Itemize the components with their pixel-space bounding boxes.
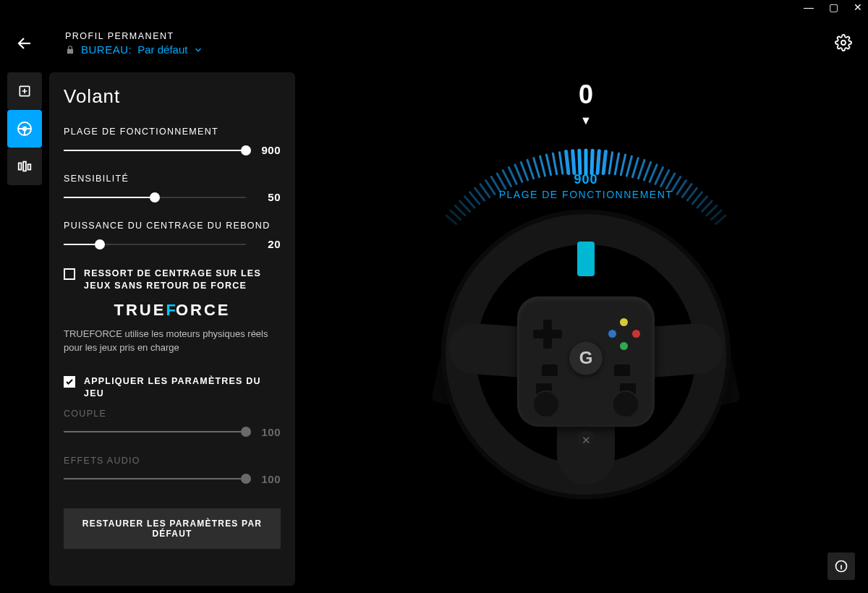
slider-value: 100 <box>255 426 281 438</box>
a-button-icon <box>620 342 628 350</box>
svg-line-35 <box>609 153 612 174</box>
panel-title: Volant <box>64 85 281 108</box>
svg-line-32 <box>592 150 592 173</box>
chevron-down-icon <box>193 45 203 55</box>
svg-line-50 <box>692 192 702 204</box>
svg-rect-4 <box>19 163 22 169</box>
slider-track[interactable] <box>64 150 246 151</box>
slider-label: PUISSANCE DU CENTRAGE DU REBOND <box>64 221 281 231</box>
rail-add-button[interactable] <box>7 72 42 110</box>
slider-track[interactable] <box>64 244 246 245</box>
svg-line-36 <box>615 153 618 174</box>
svg-line-30 <box>579 150 580 173</box>
gauge-text: PLAGE DE FONCTIONNEMENT <box>499 189 673 200</box>
svg-line-27 <box>559 153 562 174</box>
slider-audio-effects: EFFETS AUDIO 100 <box>64 456 281 485</box>
trueforce-f-icon: F <box>166 301 175 319</box>
gauge-label: 900 PLAGE DE FONCTIONNEMENT <box>499 172 673 200</box>
svg-point-0 <box>841 40 846 45</box>
hub-button <box>614 364 630 376</box>
profile-context: BUREAU: <box>81 43 132 56</box>
checkbox-apply-game-row: APPLIQUER LES PARAMÈTRES DU JEU <box>64 375 281 400</box>
g-logo-icon: G <box>569 341 603 375</box>
settings-panel: Volant PLAGE DE FONCTIONNEMENT 900 SENSI… <box>49 72 295 586</box>
window-titlebar: — ▢ ✕ <box>0 0 868 14</box>
slider-label: EFFETS AUDIO <box>64 456 281 466</box>
gauge-value: 900 <box>499 172 673 187</box>
slider-torque: COUPLE 100 <box>64 409 281 438</box>
svg-line-26 <box>553 153 556 174</box>
rail-pedals-button[interactable] <box>7 148 42 185</box>
checkbox-centering-spring-row: RESSORT DE CENTRAGE SUR LES JEUX SANS RE… <box>64 268 281 292</box>
slider-sensitivity: SENSIBILITÉ 50 <box>64 174 281 203</box>
profile-type-label: PROFIL PERMANENT <box>65 31 203 41</box>
maximize-button[interactable]: ▢ <box>827 1 839 13</box>
slider-label: SENSIBILITÉ <box>64 174 281 184</box>
checkbox-apply-game[interactable] <box>64 376 75 388</box>
restore-defaults-button[interactable]: RESTAURER LES PARAMÈTRES PAR DÉFAUT <box>64 508 281 549</box>
angle-readout: 0 <box>579 80 593 110</box>
app-header: PROFIL PERMANENT BUREAU: Par défaut <box>14 22 854 65</box>
face-buttons <box>608 318 640 350</box>
slider-track <box>64 478 246 479</box>
hub-button <box>542 364 558 376</box>
dial-left <box>533 391 559 417</box>
xbox-button-icon: ✕ <box>576 431 595 450</box>
center-marker <box>577 242 595 276</box>
svg-line-12 <box>469 192 479 204</box>
svg-line-34 <box>603 151 605 173</box>
svg-point-3 <box>23 127 26 130</box>
profile-name: Par défaut <box>137 43 187 56</box>
profile-selector[interactable]: PROFIL PERMANENT BUREAU: Par défaut <box>65 31 203 56</box>
svg-line-11 <box>464 197 475 208</box>
checkbox-centering-spring[interactable] <box>64 268 75 280</box>
slider-value: 50 <box>255 191 281 203</box>
b-button-icon <box>632 330 640 338</box>
close-button[interactable]: ✕ <box>852 1 864 13</box>
sidebar-rail <box>7 72 42 185</box>
svg-line-51 <box>697 197 707 208</box>
back-button[interactable] <box>14 33 35 54</box>
svg-line-33 <box>597 151 599 174</box>
dpad-icon <box>533 320 562 349</box>
steering-wheel-image: G ✕ <box>441 210 731 499</box>
dial-right <box>613 391 639 417</box>
x-button-icon <box>608 330 616 338</box>
slider-value: 900 <box>255 144 281 156</box>
slider-track[interactable] <box>64 197 246 198</box>
y-button-icon <box>620 318 628 326</box>
svg-rect-6 <box>28 164 31 169</box>
slider-operating-range: PLAGE DE FONCTIONNEMENT 900 <box>64 127 281 156</box>
trueforce-logo: TRUEFORCE <box>64 301 281 320</box>
lock-icon <box>65 45 75 55</box>
slider-label: COUPLE <box>64 409 281 419</box>
settings-button[interactable] <box>835 34 854 53</box>
svg-rect-5 <box>23 162 26 171</box>
slider-centering-strength: PUISSANCE DU CENTRAGE DU REBOND 20 <box>64 221 281 250</box>
checkbox-label: APPLIQUER LES PARAMÈTRES DU JEU <box>84 375 281 400</box>
slider-value: 100 <box>255 473 281 485</box>
info-button[interactable] <box>827 553 855 580</box>
slider-label: PLAGE DE FONCTIONNEMENT <box>64 127 281 137</box>
wheel-visualization: 0 ▼ 900 PLAGE DE FONCTIONNEMENT G <box>304 72 868 593</box>
slider-track <box>64 431 246 432</box>
minimize-button[interactable]: — <box>803 1 814 13</box>
trueforce-description: TRUEFORCE utilise les moteurs physiques … <box>64 327 281 355</box>
wheel-hub: G ✕ <box>517 296 655 427</box>
checkbox-label: RESSORT DE CENTRAGE SUR LES JEUX SANS RE… <box>84 268 281 292</box>
slider-value: 20 <box>255 238 281 250</box>
svg-line-28 <box>566 151 569 173</box>
rail-wheel-button[interactable] <box>7 110 42 148</box>
svg-line-29 <box>573 151 574 174</box>
